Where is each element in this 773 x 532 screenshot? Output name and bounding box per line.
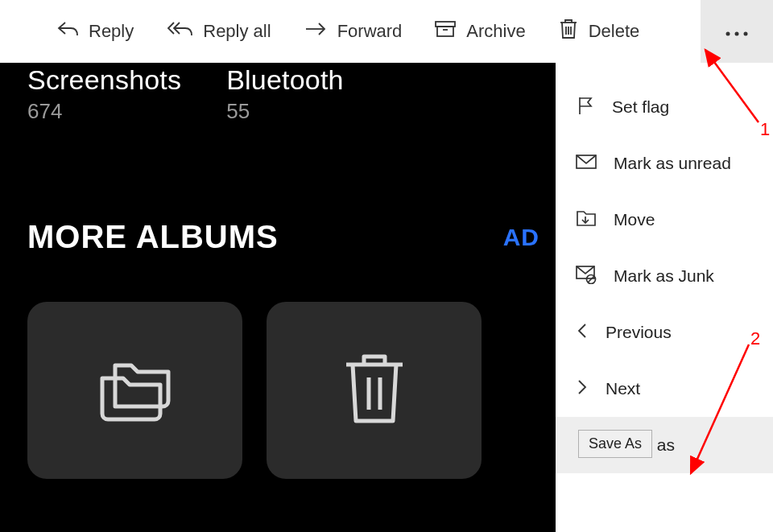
svg-rect-1 (437, 27, 453, 36)
trash-icon (558, 18, 579, 45)
reply-button[interactable]: Reply (40, 0, 150, 63)
menu-move[interactable]: Move (556, 192, 773, 248)
album-tile-folder (27, 302, 242, 479)
menu-label: Move (614, 210, 655, 229)
more-actions-button[interactable] (701, 0, 773, 63)
more-albums-heading: MORE ALBUMS (27, 219, 279, 255)
album-tile-trash (267, 302, 482, 479)
delete-label: Delete (589, 21, 640, 42)
forward-button[interactable]: Forward (287, 0, 419, 63)
menu-mark-unread[interactable]: Mark as unread (556, 135, 773, 192)
reply-label: Reply (89, 21, 134, 42)
toolbar: Reply Reply all Forward Ar (0, 0, 773, 63)
add-album-link: AD (503, 224, 539, 251)
ellipsis-icon (723, 21, 750, 42)
junk-icon (575, 265, 597, 288)
album-screenshots: Screenshots 674 (27, 64, 181, 124)
menu-label: Next (606, 379, 640, 398)
svg-rect-0 (436, 22, 455, 27)
menu-set-flag[interactable]: Set flag (556, 79, 773, 135)
archive-label: Archive (466, 21, 525, 42)
menu-label: Mark as Junk (614, 266, 714, 286)
chevron-left-icon (575, 321, 589, 344)
email-content-background: Screenshots 674 Bluetooth 55 MORE ALBUMS… (0, 63, 556, 532)
forward-label: Forward (337, 21, 403, 42)
svg-point-6 (726, 32, 730, 36)
more-actions-menu: Set flag Mark as unread Move (556, 63, 773, 473)
trash-large-icon (338, 348, 411, 432)
archive-icon (434, 19, 457, 43)
menu-label: Previous (606, 323, 672, 342)
album-count: 55 (226, 99, 343, 124)
flag-icon (575, 95, 596, 120)
album-bluetooth: Bluetooth 55 (226, 64, 343, 124)
archive-button[interactable]: Archive (418, 0, 541, 63)
reply-all-icon (166, 20, 193, 43)
album-count: 674 (27, 99, 181, 124)
reply-all-label: Reply all (203, 21, 271, 42)
menu-mark-junk[interactable]: Mark as Junk (556, 248, 773, 304)
forward-icon (304, 20, 328, 43)
move-folder-icon (575, 208, 597, 233)
album-title: Screenshots (27, 64, 181, 96)
folders-icon (91, 353, 180, 428)
menu-label: Mark as unread (614, 154, 731, 173)
save-as-tooltip: Save As (578, 430, 652, 458)
envelope-icon (575, 153, 597, 175)
album-title: Bluetooth (226, 64, 343, 96)
menu-previous[interactable]: Previous (556, 304, 773, 361)
delete-button[interactable]: Delete (542, 0, 656, 63)
svg-point-7 (735, 32, 739, 36)
menu-next[interactable]: Next (556, 361, 773, 417)
chevron-right-icon (575, 377, 589, 401)
svg-point-8 (744, 32, 748, 36)
svg-line-15 (588, 276, 594, 282)
menu-label: Set flag (612, 97, 669, 117)
reply-all-button[interactable]: Reply all (150, 0, 287, 63)
reply-icon (56, 20, 79, 43)
